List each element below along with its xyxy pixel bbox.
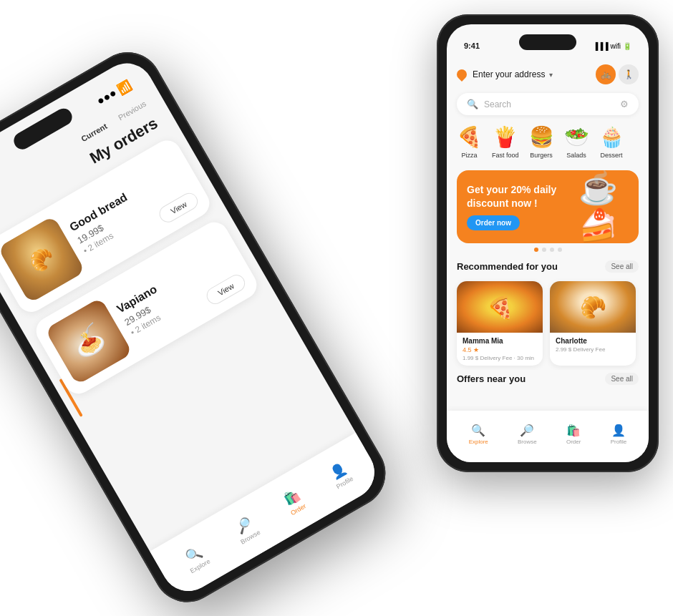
left-phone-screen: 9:41 ●●● 📶 Current Previous My orders [0,54,384,601]
nav-order-left[interactable]: 🛍️ Order [280,487,306,517]
right-phone: 9:41 ▐▐▐ wifi 🔋 Enter your address ▾ [437,14,659,472]
address-left[interactable]: Enter your address ▾ [457,69,553,79]
browse-icon-right: 🔎 [520,424,534,437]
promo-title: Get your 20% daily discount now ! [467,183,578,209]
recommended-see-all[interactable]: See all [605,260,639,273]
nav-browse-left[interactable]: 🔎 Browse [230,513,261,545]
restaurant-card-mamma-mia[interactable]: 🍕 Mamma Mia 4.5 ★ 1.99 $ Delivery Fee · … [457,281,543,366]
mamma-mia-info: Mamma Mia 4.5 ★ 1.99 $ Delivery Fee · 30… [457,333,543,366]
right-bottom-nav: 🔍 Explore 🔎 Browse 🛍️ Order 👤 Profile [447,411,649,462]
burgers-label: Burgers [530,152,553,159]
nav-order-right[interactable]: 🛍️ Order [566,424,581,445]
category-dessert[interactable]: 🧁 Dessert [599,125,624,159]
pizza-label: Pizza [461,152,477,159]
categories-row: 🍕 Pizza 🍟 Fast food 🍔 Burgers 🥗 Salads [447,118,649,166]
charlotte-image: 🥐 [550,281,636,333]
order-now-button[interactable]: Order now [467,215,520,230]
mamma-mia-image: 🍕 [457,281,543,333]
salads-label: Salads [566,152,586,159]
dot-4[interactable] [558,248,562,252]
dot-2[interactable] [542,248,546,252]
order-label-right: Order [566,439,581,445]
signal-icon: ●●● [95,87,119,108]
right-phone-screen: 9:41 ▐▐▐ wifi 🔋 Enter your address ▾ [447,24,649,462]
browse-label-right: Browse [518,439,537,445]
left-phone-frame: 9:41 ●●● 📶 Current Previous My orders [0,40,398,615]
right-phone-content: Enter your address ▾ 🚲 🚶 🔍 Search ⚙ [447,59,649,462]
promo-image: ☕🍰 [578,182,629,232]
profile-icon-right: 👤 [611,424,626,437]
category-fastfood[interactable]: 🍟 Fast food [492,125,519,159]
explore-icon-right: 🔍 [471,424,485,437]
offers-title: Offers near you [457,373,526,384]
category-pizza[interactable]: 🍕 Pizza [457,125,482,159]
nav-explore-right[interactable]: 🔍 Explore [469,424,488,445]
mamma-mia-name: Mamma Mia [463,337,537,345]
wifi-icon: 📶 [115,77,134,96]
charlotte-info: Charlotte 2.99 $ Delivery Fee [550,333,636,357]
bike-button[interactable]: 🚲 [596,64,616,84]
restaurant-card-charlotte[interactable]: 🥐 Charlotte 2.99 $ Delivery Fee [550,281,636,366]
battery-icon: 🔋 [623,42,631,50]
offers-section-header: Offers near you See all [447,370,649,388]
filter-icon[interactable]: ⚙ [620,99,629,109]
recommended-section-header: Recommended for you See all [447,256,649,277]
burgers-emoji: 🍔 [529,125,554,149]
dot-1[interactable] [534,248,538,252]
pizza-emoji: 🍕 [457,125,482,149]
category-salads[interactable]: 🥗 Salads [564,125,589,159]
walk-button[interactable]: 🚶 [619,64,639,84]
nav-profile-right[interactable]: 👤 Profile [611,424,627,445]
nav-explore-left[interactable]: 🔍 Explore [180,542,211,575]
right-phone-frame: 9:41 ▐▐▐ wifi 🔋 Enter your address ▾ [437,14,659,472]
mamma-mia-delivery: 1.99 $ Delivery Fee · 30 min [463,355,537,361]
dot-3[interactable] [550,248,554,252]
order-icon-right: 🛍️ [566,424,581,437]
charlotte-name: Charlotte [556,337,630,345]
search-placeholder: Search [484,99,614,109]
dessert-emoji: 🧁 [599,125,624,149]
recommended-title: Recommended for you [457,261,558,272]
search-bar[interactable]: 🔍 Search ⚙ [457,93,639,115]
right-status-time: 9:41 [464,41,480,50]
right-phone-notch [519,34,576,50]
offers-see-all[interactable]: See all [605,373,639,385]
left-phone-content: Current Previous My orders 🥐 Good bread … [0,84,384,601]
right-status-icons: ▐▐▐ wifi 🔋 [593,42,631,50]
promo-text-block: Get your 20% daily discount now ! Order … [467,183,578,230]
transport-buttons: 🚲 🚶 [596,64,639,84]
category-burgers[interactable]: 🍔 Burgers [529,125,554,159]
chevron-down-icon: ▾ [549,71,553,79]
address-bar: Enter your address ▾ 🚲 🚶 [447,59,649,90]
nav-profile-left[interactable]: 👤 Profile [326,459,354,490]
wifi-icon-right: wifi [611,42,621,50]
explore-label-right: Explore [469,439,488,445]
mamma-mia-rating: 4.5 ★ [463,346,537,353]
promo-banner: Get your 20% daily discount now ! Order … [457,170,639,243]
profile-label-right: Profile [611,439,627,445]
fastfood-emoji: 🍟 [493,125,518,149]
charlotte-delivery: 2.99 $ Delivery Fee [556,346,630,353]
signal-bars-icon: ▐▐▐ [593,42,608,50]
promo-dots [447,248,649,252]
address-text: Enter your address [473,69,545,79]
salads-emoji: 🥗 [564,125,589,149]
left-phone: 9:41 ●●● 📶 Current Previous My orders [0,40,398,615]
restaurant-row: 🍕 Mamma Mia 4.5 ★ 1.99 $ Delivery Fee · … [447,277,649,370]
fastfood-label: Fast food [492,152,519,159]
dessert-label: Dessert [601,152,623,159]
nav-browse-right[interactable]: 🔎 Browse [518,424,537,445]
location-pin-icon [455,67,469,82]
search-icon: 🔍 [467,99,478,109]
